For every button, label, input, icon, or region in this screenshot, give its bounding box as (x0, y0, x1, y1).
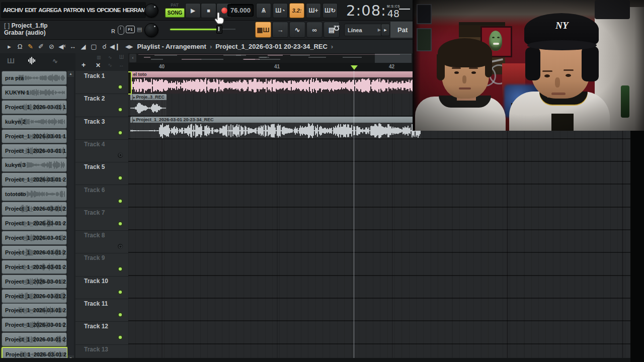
blend-recording-icon[interactable]: Ш+ (306, 3, 321, 18)
breadcrumb-view[interactable]: Playlist - Arrangement (137, 43, 206, 50)
track-row[interactable]: Track 5 (75, 162, 128, 185)
picker-item[interactable]: Project_1_2026-03-01 2.. (2, 245, 67, 259)
link-icon[interactable]: ∞ (306, 22, 323, 38)
track-row[interactable]: Track 2 (75, 94, 128, 117)
tempo-display[interactable]: 76.000 (227, 4, 254, 17)
menu-item-herramienta[interactable]: HERRAMIENTA (123, 7, 146, 13)
track-enable-dot[interactable] (118, 244, 123, 249)
picker-item[interactable]: Project_1_2026-03-01 1.. (2, 129, 67, 143)
snap-selector[interactable]: Línea ▶ (344, 24, 384, 36)
picker-item[interactable]: kukyn 2 (2, 115, 67, 129)
picker-item[interactable]: Project_1_2026-03-01 1.. (2, 144, 67, 158)
menu-item-vis[interactable]: VIS (87, 7, 95, 13)
track-row[interactable]: Track 6 (75, 185, 128, 208)
track-enable-dot[interactable] (118, 266, 123, 272)
menu-item-edit[interactable]: EDIT (25, 7, 36, 13)
loop-recording-icon[interactable]: Ш↻ (323, 3, 338, 18)
delete-tool-icon[interactable]: ⊘ (46, 43, 57, 50)
main-volume-knob[interactable] (144, 4, 158, 18)
menu-item-patron[interactable]: PATRON (63, 7, 85, 13)
track-enable-dot[interactable] (118, 335, 123, 340)
picker-item[interactable]: Project_1_2026-03-01 2.. (2, 332, 67, 346)
playlist-button[interactable]: ▦Ш (255, 22, 271, 38)
picker-item[interactable]: totototo (2, 187, 67, 201)
mini-pattern-icon[interactable]: Ш (119, 54, 124, 60)
pat-mode-button[interactable]: PAT (166, 3, 183, 8)
track-row[interactable]: Track 4 (75, 139, 128, 162)
track-enable-dot[interactable] (118, 312, 123, 317)
picker-item[interactable]: Project_1_2026-03-01 2.. (2, 318, 67, 332)
track-enable-dot[interactable] (118, 221, 123, 226)
track-row[interactable]: Track 8 (75, 230, 128, 253)
step-edit-icon[interactable]: → (272, 22, 288, 38)
add-track-button[interactable]: + (82, 61, 86, 69)
draw-tool-icon[interactable]: ✎ (25, 43, 36, 50)
mini-audio-icon[interactable]: ▥ (97, 55, 101, 60)
track-row[interactable]: Track 10 (75, 276, 128, 299)
paint-tool-icon[interactable]: ✐ (36, 43, 46, 50)
track-enable-dot[interactable] (118, 84, 123, 89)
track-row[interactable]: Track 9 (75, 253, 128, 276)
zoom-tool-icon[interactable]: ☌ (99, 43, 110, 50)
picker-item[interactable]: Project_1_2026-03-01 2.. (2, 172, 67, 187)
picker-item[interactable]: Project_1_2026-03-01 2.. (2, 202, 67, 216)
record-armed-marker[interactable] (128, 71, 132, 95)
track-row[interactable]: Track 12 (75, 321, 128, 344)
countdown-button[interactable]: 3.2: (289, 3, 304, 18)
preview-speaker-icon[interactable]: ◀▶ (125, 44, 133, 49)
track-enable-dot[interactable] (118, 107, 123, 112)
slip-tool-icon[interactable]: ↔ (67, 43, 78, 50)
menu-item-agrega[interactable]: AGREGA (38, 7, 61, 13)
track-enable-dot[interactable] (118, 130, 123, 135)
track-row[interactable]: Track 13 (75, 344, 128, 358)
master-slider-fragment[interactable] (399, 9, 410, 10)
picker-item[interactable]: Project_1_2026-03-01 2.. (2, 303, 67, 317)
overview-scroll-left-icon[interactable]: ‹ (129, 54, 136, 62)
mute-tool-icon[interactable]: ◀ˣ (57, 43, 67, 50)
menu-item-archiv[interactable]: ARCHIV (3, 7, 23, 13)
time-display[interactable]: 2:08: M:S:CS 48 (346, 2, 400, 19)
playhead-caret-icon[interactable] (351, 65, 358, 70)
breadcrumb-item[interactable]: Project_1_2026-03-01 20-23-34_REC (215, 43, 328, 50)
picker-item[interactable]: Project_1_2026-03-01 2.. (2, 260, 67, 274)
picker-item[interactable]: Project_1_2026-03-01 2.. (2, 289, 67, 303)
track-enable-dot[interactable] (118, 199, 123, 204)
picker-scrollbar[interactable]: ▲ ▼ (67, 71, 74, 361)
picker-item[interactable]: Project_1_2026-03-01 2.. (2, 275, 67, 289)
track-row[interactable]: Track 7 (75, 208, 128, 231)
overview-view-grip[interactable] (375, 54, 412, 63)
delete-track-button[interactable]: ✕ (96, 62, 101, 69)
track-row[interactable]: Track 1 (75, 71, 128, 94)
mini-automation-icon[interactable]: ∿ (108, 55, 112, 60)
magnet-icon[interactable]: Ω (15, 43, 25, 50)
metronome-icon[interactable]: Ѧ (256, 3, 271, 18)
audio-clip-rec2[interactable]: ▸Proje..3_REC (130, 94, 167, 116)
track-enable-dot[interactable] (118, 290, 123, 295)
play-button[interactable]: ▶ (185, 3, 201, 18)
slide-icon[interactable]: ∿ (289, 22, 305, 38)
track-row[interactable]: Track 3 (75, 117, 128, 140)
track-enable-dot[interactable] (118, 175, 123, 180)
playback-position-slider[interactable] (170, 28, 235, 30)
select-tool-icon[interactable]: ▢ (89, 43, 99, 50)
picker-item[interactable]: pra pra (2, 71, 67, 85)
audio-clip-rec3[interactable]: ▸Project_1_2026-03-01 20-23-34_REC (130, 117, 421, 139)
menu-bar[interactable]: ARCHIVEDITAGREGAPATRONVISOPCIONEHERRAMIE… (1, 2, 146, 18)
secondary-knob[interactable] (144, 23, 158, 37)
slice-tool-icon[interactable]: ◢ (78, 43, 89, 50)
preview-tool-icon[interactable]: ◀❙ (110, 43, 120, 50)
mini-play-icon[interactable]: ▸ (4, 43, 15, 50)
picker-item[interactable]: Project_1_2026-03-01 2.. (2, 347, 68, 362)
picker-item[interactable]: KUKYN 1 (2, 85, 67, 100)
picker-item[interactable]: Project_1_2026-03-01 2.. (2, 216, 67, 230)
picker-item[interactable]: Project_1_2026-03-01 2.. (2, 231, 67, 245)
snap-magnet-icon[interactable]: Ω (334, 24, 340, 33)
track-row[interactable]: Track 11 (75, 299, 128, 322)
song-mode-button[interactable]: SONG (165, 8, 185, 18)
wait-input-icon[interactable]: Ш◔ (273, 3, 288, 18)
menu-item-opcione[interactable]: OPCIONE (97, 7, 120, 13)
scroll-up-icon[interactable]: ▲ (67, 71, 74, 77)
picker-item[interactable]: Project_1_2026-03-01 1.. (2, 100, 67, 114)
track-enable-dot[interactable] (118, 153, 123, 158)
pattern-prev-button[interactable]: ▶ (381, 24, 390, 36)
